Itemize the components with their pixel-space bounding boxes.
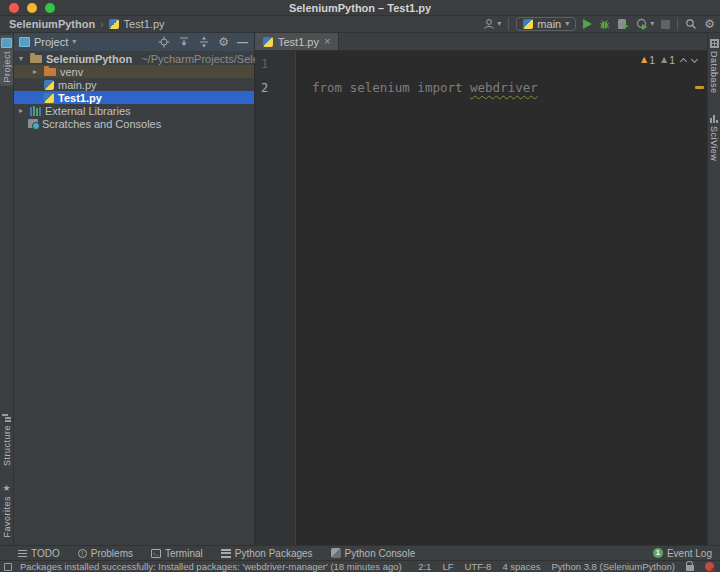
interpreter-widget[interactable]: Python 3.8 (SeleniumPython) bbox=[551, 561, 675, 572]
run-button[interactable] bbox=[583, 19, 592, 29]
code-editor[interactable]: 1 2 from selenium import webdriver ▲ 1 ▲ bbox=[255, 51, 707, 545]
code-import-statement: from selenium import bbox=[312, 80, 470, 95]
libraries-icon bbox=[30, 106, 41, 116]
editor-tab-label: Test1.py bbox=[278, 36, 319, 48]
project-icon bbox=[19, 37, 30, 47]
line-number: 2 bbox=[255, 76, 296, 100]
python-file-icon bbox=[263, 37, 273, 47]
folder-icon bbox=[44, 68, 56, 76]
stop-button[interactable] bbox=[661, 20, 670, 29]
tool-bar-python-console[interactable]: Python Console bbox=[331, 548, 416, 559]
code-line: 1 bbox=[255, 52, 707, 76]
pycharm-window: SeleniumPython – Test1.py SeleniumPython… bbox=[0, 0, 720, 572]
tool-bar-terminal[interactable]: ›_ Terminal bbox=[151, 548, 203, 559]
folder-icon bbox=[30, 55, 42, 63]
hide-panel-button[interactable]: — bbox=[237, 37, 248, 48]
breadcrumb: SeleniumPython › Test1.py bbox=[9, 18, 165, 30]
run-configuration-select[interactable]: main ▾ bbox=[516, 17, 576, 31]
toolwindow-toggle-icon[interactable] bbox=[4, 563, 12, 571]
warning-icon: ▲ bbox=[641, 56, 647, 64]
close-tab-icon[interactable]: × bbox=[324, 36, 330, 47]
code-line: 2 from selenium import webdriver bbox=[255, 76, 707, 100]
project-panel-title[interactable]: Project bbox=[34, 36, 68, 48]
project-toolwindow-icon bbox=[1, 38, 12, 48]
tree-item-label: Test1.py bbox=[58, 92, 102, 104]
breadcrumb-file[interactable]: Test1.py bbox=[124, 18, 165, 30]
chevron-right-icon[interactable]: ▸ bbox=[30, 67, 40, 76]
caret-position-widget[interactable]: 2:1 bbox=[418, 561, 431, 572]
tool-stripe-sciview[interactable]: SciView bbox=[708, 111, 720, 164]
title-bar: SeleniumPython – Test1.py bbox=[0, 0, 720, 16]
code-warning-token: webdriver bbox=[470, 80, 538, 95]
run-with-coverage-button[interactable] bbox=[617, 18, 629, 30]
tool-stripe-label: Project bbox=[2, 51, 12, 83]
panel-options-button[interactable]: ⚙ bbox=[218, 36, 229, 48]
tree-item-project-root[interactable]: ▾ SeleniumPython ~/PycharmProjects/Selen… bbox=[14, 52, 254, 65]
tree-item-label: venv bbox=[60, 66, 83, 78]
tool-bar-problems[interactable]: ! Problems bbox=[78, 548, 133, 559]
chevron-down-icon[interactable]: ▾ bbox=[72, 38, 76, 46]
tool-bar-todo[interactable]: TODO bbox=[18, 548, 60, 559]
debug-button[interactable] bbox=[599, 19, 610, 30]
status-widgets: 2:1 LF UTF-8 4 spaces Python 3.8 (Seleni… bbox=[418, 561, 714, 572]
code-with-me-button[interactable]: ▾ bbox=[483, 18, 501, 30]
tree-item-venv[interactable]: ▸ venv bbox=[14, 65, 254, 78]
error-stripe-warning-mark[interactable] bbox=[695, 86, 704, 89]
encoding-widget[interactable]: UTF-8 bbox=[464, 561, 491, 572]
tree-item-external-libraries[interactable]: ▸ External Libraries bbox=[14, 104, 254, 117]
scratches-icon bbox=[28, 119, 38, 128]
navigation-bar: SeleniumPython › Test1.py ▾ main ▾ bbox=[0, 16, 720, 33]
line-separator-widget[interactable]: LF bbox=[442, 561, 453, 572]
event-log-button[interactable]: 1 Event Log bbox=[653, 548, 712, 559]
warning-count[interactable]: ▲ 1 bbox=[641, 54, 655, 66]
profiler-button[interactable]: ▾ bbox=[636, 18, 654, 30]
window-title: SeleniumPython – Test1.py bbox=[0, 0, 720, 16]
tool-stripe-structure[interactable]: Structure bbox=[1, 411, 13, 469]
tool-bar-label: TODO bbox=[31, 548, 60, 559]
main-area: Project Structure ★ Favorites Project ▾ bbox=[0, 33, 720, 545]
project-panel-actions: ⚙ — bbox=[158, 36, 248, 48]
tool-stripe-label: Structure bbox=[2, 425, 12, 466]
chevron-right-icon[interactable]: ▸ bbox=[16, 106, 26, 115]
weak-warning-count[interactable]: ▲ 1 bbox=[661, 54, 675, 66]
sciview-icon bbox=[710, 114, 719, 123]
tree-item-main-py[interactable]: main.py bbox=[14, 78, 254, 91]
bottom-tool-bar: TODO ! Problems ›_ Terminal Python Packa… bbox=[0, 545, 720, 560]
editor-lines: 1 2 from selenium import webdriver bbox=[255, 51, 707, 100]
readonly-lock-icon[interactable] bbox=[686, 565, 694, 571]
code-text: from selenium import webdriver bbox=[296, 76, 538, 100]
line-number: 1 bbox=[255, 52, 296, 76]
weak-warning-icon: ▲ bbox=[661, 56, 667, 64]
previous-problem-button[interactable] bbox=[680, 58, 687, 65]
tree-item-scratches[interactable]: Scratches and Consoles bbox=[14, 117, 254, 130]
indent-widget[interactable]: 4 spaces bbox=[502, 561, 540, 572]
chevron-down-icon[interactable]: ▾ bbox=[16, 54, 26, 63]
locate-file-button[interactable] bbox=[158, 36, 170, 48]
collapse-all-button[interactable] bbox=[198, 36, 210, 48]
inspections-status-icon[interactable] bbox=[705, 562, 714, 571]
code-text bbox=[296, 52, 312, 76]
tool-stripe-project[interactable]: Project bbox=[0, 35, 13, 86]
tree-item-test1-py[interactable]: Test1.py bbox=[14, 91, 254, 104]
tool-stripe-database[interactable]: Database bbox=[708, 36, 720, 97]
next-problem-button[interactable] bbox=[691, 55, 698, 62]
tree-item-label: External Libraries bbox=[45, 105, 131, 117]
database-icon bbox=[710, 39, 719, 48]
tool-bar-python-packages[interactable]: Python Packages bbox=[221, 548, 313, 559]
tool-stripe-label: Favorites bbox=[2, 496, 12, 538]
breadcrumb-project[interactable]: SeleniumPython bbox=[9, 18, 95, 30]
breadcrumb-separator-icon: › bbox=[100, 19, 103, 30]
run-toolbar: ▾ main ▾ bbox=[483, 17, 715, 31]
chevron-down-icon: ▾ bbox=[497, 20, 501, 28]
python-file-icon bbox=[44, 93, 54, 103]
editor-tab-test1-py[interactable]: Test1.py × bbox=[255, 33, 339, 50]
expand-all-button[interactable] bbox=[178, 36, 190, 48]
status-bar: Packages installed successfully: Install… bbox=[0, 560, 720, 572]
settings-button[interactable]: ⚙ bbox=[704, 18, 715, 30]
right-tool-stripe: Database SciView bbox=[707, 33, 720, 545]
tool-bar-label: Problems bbox=[91, 548, 133, 559]
search-everywhere-button[interactable] bbox=[685, 18, 697, 30]
tool-stripe-favorites[interactable]: ★ Favorites bbox=[1, 481, 13, 541]
python-file-icon bbox=[44, 80, 54, 90]
project-tree: ▾ SeleniumPython ~/PycharmProjects/Selen… bbox=[14, 51, 254, 130]
